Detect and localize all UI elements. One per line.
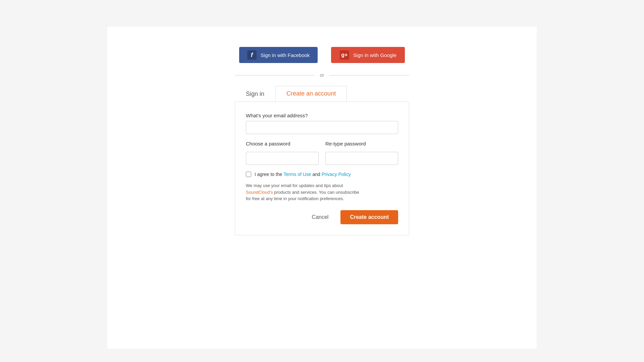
password-row: Choose a password Re-type password	[246, 141, 398, 165]
email-label: What's your email address?	[246, 113, 398, 118]
tab-create-account[interactable]: Create an account	[275, 86, 347, 102]
social-buttons-row: f Sign in with Facebook g+ Sign in with …	[239, 47, 405, 63]
facebook-signin-button[interactable]: f Sign in with Facebook	[239, 47, 318, 63]
page-wrapper: f Sign in with Facebook g+ Sign in with …	[107, 27, 537, 349]
agree-text: I agree to the Terms of Use and Privacy …	[255, 172, 351, 177]
divider-text: or	[315, 72, 329, 78]
retype-label: Re-type password	[325, 141, 398, 146]
google-button-label: Sign in with Google	[353, 52, 396, 58]
terms-link[interactable]: Terms of Use	[283, 172, 311, 177]
retype-group: Re-type password	[325, 141, 398, 165]
agree-row: I agree to the Terms of Use and Privacy …	[246, 172, 398, 177]
divider-line-left	[235, 75, 315, 75]
tabs-container: Sign in Create an account	[235, 86, 409, 102]
cancel-button[interactable]: Cancel	[308, 212, 333, 223]
password-group: Choose a password	[246, 141, 319, 165]
actions-row: Cancel Create account	[246, 210, 398, 224]
password-input[interactable]	[246, 152, 319, 165]
email-input[interactable]	[246, 121, 398, 134]
create-account-form-panel: What's your email address? Choose a pass…	[235, 102, 409, 235]
divider-row: or	[235, 72, 409, 78]
retype-password-input[interactable]	[325, 152, 398, 165]
info-text: We may use your email for updates and ti…	[246, 182, 398, 202]
create-account-button[interactable]: Create account	[340, 210, 398, 224]
divider-line-right	[329, 75, 409, 75]
tab-signin[interactable]: Sign in	[235, 86, 275, 102]
agree-checkbox[interactable]	[246, 172, 251, 177]
password-label: Choose a password	[246, 141, 319, 146]
google-plus-icon: g+	[340, 50, 349, 60]
google-signin-button[interactable]: g+ Sign in with Google	[331, 47, 405, 63]
privacy-link[interactable]: Privacy Policy	[322, 172, 351, 177]
facebook-button-label: Sign in with Facebook	[261, 52, 310, 58]
soundcloud-link[interactable]: SoundCloud's	[246, 190, 273, 195]
facebook-icon: f	[247, 50, 257, 60]
